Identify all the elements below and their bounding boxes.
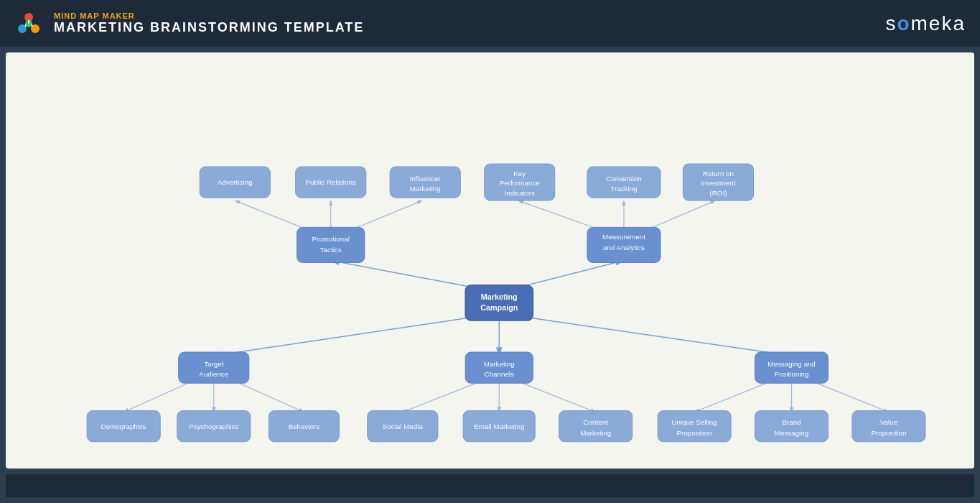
- svg-text:Performance: Performance: [500, 179, 541, 187]
- svg-text:Proposition: Proposition: [871, 429, 906, 437]
- line-msg-value: [810, 380, 889, 412]
- svg-text:Tracking: Tracking: [610, 185, 637, 193]
- svg-text:Influencer: Influencer: [410, 175, 442, 183]
- node-public-relations[interactable]: Public Relations: [296, 167, 366, 198]
- node-promotional-tactics[interactable]: Promotional Tactics: [297, 227, 365, 262]
- svg-text:Channels: Channels: [485, 370, 514, 378]
- line-audience-demo: [123, 380, 194, 412]
- svg-text:Public Relations: Public Relations: [306, 178, 356, 186]
- node-influencer-marketing[interactable]: Influencer Marketing: [390, 167, 460, 198]
- app-title: MARKETING BRAINSTORMING TEMPLATE: [54, 20, 364, 35]
- svg-line-5: [25, 24, 26, 27]
- svg-text:Psychographics: Psychographics: [189, 423, 238, 430]
- node-roi[interactable]: Return on Investment (ROI): [683, 164, 753, 200]
- svg-text:and Analytics: and Analytics: [603, 244, 645, 251]
- node-conversion-tracking[interactable]: Conversion Tracking: [587, 167, 661, 198]
- svg-text:Content: Content: [584, 418, 609, 426]
- footer: [6, 474, 974, 497]
- logo-icon: [14, 9, 43, 38]
- node-behaviors[interactable]: Behaviors: [269, 411, 339, 442]
- mindmap-svg: Marketing Campaign Promotional Tactics M…: [6, 52, 974, 469]
- svg-text:Marketing: Marketing: [410, 185, 441, 193]
- svg-text:Marketing: Marketing: [481, 292, 518, 301]
- svg-text:Proposition: Proposition: [677, 429, 712, 437]
- svg-text:Positioning: Positioning: [775, 370, 809, 378]
- svg-text:Messaging: Messaging: [775, 429, 808, 437]
- svg-text:Email Marketing: Email Marketing: [474, 423, 524, 430]
- node-messaging-positioning[interactable]: Messaging and Positioning: [755, 352, 828, 383]
- node-email-marketing[interactable]: Email Marketing: [463, 411, 535, 442]
- svg-text:Return on: Return on: [703, 170, 734, 177]
- node-center[interactable]: Marketing Campaign: [465, 285, 533, 320]
- node-social-media[interactable]: Social Media: [368, 411, 438, 442]
- node-unique-selling-proposition[interactable]: Unique Selling Proposition: [658, 411, 731, 442]
- svg-text:Audience: Audience: [199, 370, 228, 378]
- svg-text:Measurement: Measurement: [602, 233, 645, 241]
- line-channels-social: [403, 380, 483, 412]
- svg-text:Value: Value: [880, 418, 898, 426]
- mind-map-label: MIND MAP MAKER: [54, 11, 364, 20]
- svg-text:Indicators: Indicators: [504, 189, 535, 197]
- node-advertising[interactable]: Advertising: [200, 167, 270, 198]
- svg-text:Messaging and: Messaging and: [767, 360, 815, 368]
- svg-text:Marketing: Marketing: [580, 429, 611, 437]
- line-center-messaging: [499, 313, 791, 356]
- svg-text:Unique Selling: Unique Selling: [671, 418, 717, 426]
- svg-line-6: [32, 24, 32, 27]
- node-psychographics[interactable]: Psychographics: [177, 411, 251, 442]
- svg-text:(ROI): (ROI): [709, 189, 727, 197]
- svg-text:Campaign: Campaign: [480, 303, 518, 312]
- line-audience-behav: [233, 380, 304, 412]
- node-value-proposition[interactable]: Value Proposition: [852, 411, 925, 442]
- svg-text:Brand: Brand: [782, 418, 801, 426]
- svg-text:Promotional: Promotional: [312, 235, 350, 243]
- svg-text:Demographics: Demographics: [101, 423, 146, 430]
- node-target-audience[interactable]: Target Audience: [179, 352, 249, 383]
- svg-text:Conversion: Conversion: [606, 175, 642, 183]
- node-demographics[interactable]: Demographics: [87, 411, 160, 442]
- svg-text:Behaviors: Behaviors: [289, 423, 320, 430]
- node-brand-messaging[interactable]: Brand Messaging: [755, 411, 828, 442]
- svg-text:Investment: Investment: [701, 179, 735, 187]
- svg-text:Tactics: Tactics: [320, 246, 342, 254]
- main-content: Marketing Campaign Promotional Tactics M…: [6, 52, 974, 469]
- someka-logo: someka: [885, 12, 966, 35]
- header-left: MIND MAP MAKER MARKETING BRAINSTORMING T…: [14, 9, 364, 38]
- line-channels-content: [515, 380, 596, 412]
- node-measurement-analytics[interactable]: Measurement and Analytics: [587, 227, 661, 262]
- svg-text:Social Media: Social Media: [383, 423, 424, 430]
- node-marketing-channels[interactable]: Marketing Channels: [465, 352, 533, 383]
- header-titles: MIND MAP MAKER MARKETING BRAINSTORMING T…: [54, 11, 364, 35]
- node-content-marketing[interactable]: Content Marketing: [559, 411, 633, 442]
- svg-text:Advertising: Advertising: [218, 178, 252, 186]
- svg-text:Marketing: Marketing: [484, 360, 515, 368]
- svg-text:Target: Target: [204, 360, 224, 368]
- header: MIND MAP MAKER MARKETING BRAINSTORMING T…: [0, 0, 980, 47]
- node-kpi[interactable]: Key Performance Indicators: [485, 164, 555, 200]
- line-msg-usp: [694, 380, 773, 412]
- line-center-audience: [214, 313, 499, 356]
- svg-text:Key: Key: [513, 170, 526, 177]
